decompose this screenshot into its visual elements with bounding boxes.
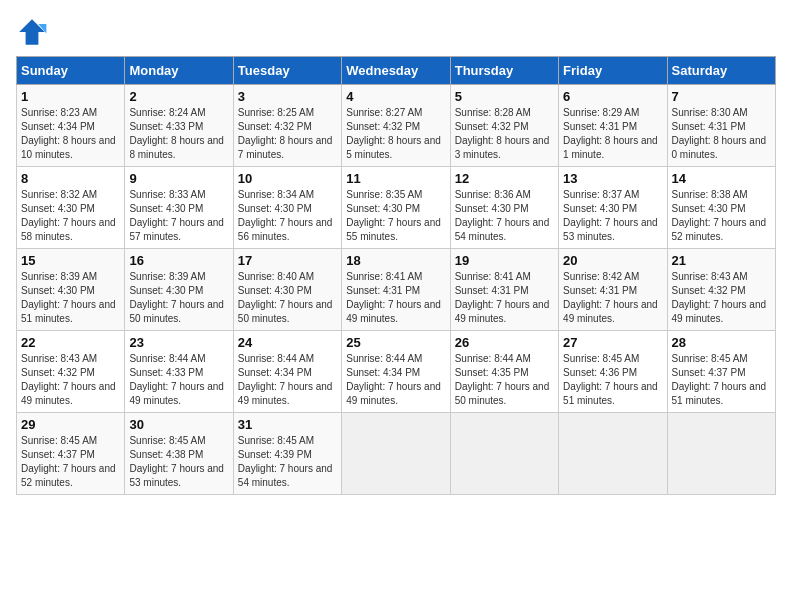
sunrise: Sunrise: 8:39 AM xyxy=(129,271,205,282)
day-number: 6 xyxy=(563,89,662,104)
calendar-cell: 5Sunrise: 8:28 AMSunset: 4:32 PMDaylight… xyxy=(450,85,558,167)
sunrise: Sunrise: 8:42 AM xyxy=(563,271,639,282)
calendar-row: 8Sunrise: 8:32 AMSunset: 4:30 PMDaylight… xyxy=(17,167,776,249)
daylight: Daylight: 8 hours and 0 minutes. xyxy=(672,135,767,160)
calendar-cell: 6Sunrise: 8:29 AMSunset: 4:31 PMDaylight… xyxy=(559,85,667,167)
sunset: Sunset: 4:31 PM xyxy=(563,285,637,296)
day-info: Sunrise: 8:34 AMSunset: 4:30 PMDaylight:… xyxy=(238,188,337,244)
daylight: Daylight: 7 hours and 49 minutes. xyxy=(672,299,767,324)
svg-marker-0 xyxy=(19,19,45,45)
calendar-cell: 29Sunrise: 8:45 AMSunset: 4:37 PMDayligh… xyxy=(17,413,125,495)
logo-icon xyxy=(16,16,48,48)
sunset: Sunset: 4:32 PM xyxy=(346,121,420,132)
sunrise: Sunrise: 8:25 AM xyxy=(238,107,314,118)
calendar-cell: 8Sunrise: 8:32 AMSunset: 4:30 PMDaylight… xyxy=(17,167,125,249)
daylight: Daylight: 7 hours and 54 minutes. xyxy=(455,217,550,242)
sunrise: Sunrise: 8:24 AM xyxy=(129,107,205,118)
daylight: Daylight: 8 hours and 1 minute. xyxy=(563,135,658,160)
day-info: Sunrise: 8:30 AMSunset: 4:31 PMDaylight:… xyxy=(672,106,771,162)
day-number: 24 xyxy=(238,335,337,350)
daylight: Daylight: 7 hours and 51 minutes. xyxy=(672,381,767,406)
calendar-cell xyxy=(450,413,558,495)
calendar-cell: 28Sunrise: 8:45 AMSunset: 4:37 PMDayligh… xyxy=(667,331,775,413)
daylight: Daylight: 8 hours and 7 minutes. xyxy=(238,135,333,160)
calendar-cell: 17Sunrise: 8:40 AMSunset: 4:30 PMDayligh… xyxy=(233,249,341,331)
calendar-cell: 19Sunrise: 8:41 AMSunset: 4:31 PMDayligh… xyxy=(450,249,558,331)
day-number: 18 xyxy=(346,253,445,268)
calendar-cell: 14Sunrise: 8:38 AMSunset: 4:30 PMDayligh… xyxy=(667,167,775,249)
sunset: Sunset: 4:30 PM xyxy=(563,203,637,214)
calendar-cell: 23Sunrise: 8:44 AMSunset: 4:33 PMDayligh… xyxy=(125,331,233,413)
sunrise: Sunrise: 8:34 AM xyxy=(238,189,314,200)
sunrise: Sunrise: 8:44 AM xyxy=(238,353,314,364)
day-info: Sunrise: 8:43 AMSunset: 4:32 PMDaylight:… xyxy=(21,352,120,408)
calendar-cell: 27Sunrise: 8:45 AMSunset: 4:36 PMDayligh… xyxy=(559,331,667,413)
calendar-cell: 22Sunrise: 8:43 AMSunset: 4:32 PMDayligh… xyxy=(17,331,125,413)
day-number: 25 xyxy=(346,335,445,350)
daylight: Daylight: 7 hours and 49 minutes. xyxy=(238,381,333,406)
calendar-cell: 26Sunrise: 8:44 AMSunset: 4:35 PMDayligh… xyxy=(450,331,558,413)
sunrise: Sunrise: 8:35 AM xyxy=(346,189,422,200)
day-number: 21 xyxy=(672,253,771,268)
day-info: Sunrise: 8:39 AMSunset: 4:30 PMDaylight:… xyxy=(21,270,120,326)
calendar-row: 1Sunrise: 8:23 AMSunset: 4:34 PMDaylight… xyxy=(17,85,776,167)
day-info: Sunrise: 8:32 AMSunset: 4:30 PMDaylight:… xyxy=(21,188,120,244)
sunrise: Sunrise: 8:45 AM xyxy=(672,353,748,364)
daylight: Daylight: 7 hours and 57 minutes. xyxy=(129,217,224,242)
daylight: Daylight: 7 hours and 56 minutes. xyxy=(238,217,333,242)
daylight: Daylight: 7 hours and 49 minutes. xyxy=(346,299,441,324)
sunset: Sunset: 4:32 PM xyxy=(238,121,312,132)
daylight: Daylight: 7 hours and 52 minutes. xyxy=(21,463,116,488)
day-number: 26 xyxy=(455,335,554,350)
daylight: Daylight: 7 hours and 50 minutes. xyxy=(238,299,333,324)
day-number: 19 xyxy=(455,253,554,268)
day-info: Sunrise: 8:42 AMSunset: 4:31 PMDaylight:… xyxy=(563,270,662,326)
daylight: Daylight: 7 hours and 51 minutes. xyxy=(21,299,116,324)
day-number: 20 xyxy=(563,253,662,268)
sunrise: Sunrise: 8:43 AM xyxy=(672,271,748,282)
calendar-cell: 31Sunrise: 8:45 AMSunset: 4:39 PMDayligh… xyxy=(233,413,341,495)
daylight: Daylight: 7 hours and 55 minutes. xyxy=(346,217,441,242)
sunset: Sunset: 4:31 PM xyxy=(672,121,746,132)
day-number: 28 xyxy=(672,335,771,350)
day-number: 22 xyxy=(21,335,120,350)
day-number: 2 xyxy=(129,89,228,104)
sunset: Sunset: 4:35 PM xyxy=(455,367,529,378)
day-info: Sunrise: 8:23 AMSunset: 4:34 PMDaylight:… xyxy=(21,106,120,162)
day-info: Sunrise: 8:38 AMSunset: 4:30 PMDaylight:… xyxy=(672,188,771,244)
daylight: Daylight: 7 hours and 53 minutes. xyxy=(563,217,658,242)
page-header xyxy=(16,16,776,48)
sunrise: Sunrise: 8:27 AM xyxy=(346,107,422,118)
day-number: 12 xyxy=(455,171,554,186)
calendar-cell: 9Sunrise: 8:33 AMSunset: 4:30 PMDaylight… xyxy=(125,167,233,249)
sunset: Sunset: 4:34 PM xyxy=(346,367,420,378)
daylight: Daylight: 7 hours and 53 minutes. xyxy=(129,463,224,488)
daylight: Daylight: 8 hours and 8 minutes. xyxy=(129,135,224,160)
calendar-cell xyxy=(559,413,667,495)
weekday-header-sunday: Sunday xyxy=(17,57,125,85)
logo xyxy=(16,16,52,48)
sunrise: Sunrise: 8:44 AM xyxy=(346,353,422,364)
calendar-row: 29Sunrise: 8:45 AMSunset: 4:37 PMDayligh… xyxy=(17,413,776,495)
sunrise: Sunrise: 8:37 AM xyxy=(563,189,639,200)
sunset: Sunset: 4:37 PM xyxy=(672,367,746,378)
day-info: Sunrise: 8:45 AMSunset: 4:38 PMDaylight:… xyxy=(129,434,228,490)
daylight: Daylight: 7 hours and 50 minutes. xyxy=(455,381,550,406)
calendar-cell: 1Sunrise: 8:23 AMSunset: 4:34 PMDaylight… xyxy=(17,85,125,167)
day-number: 1 xyxy=(21,89,120,104)
weekday-header-wednesday: Wednesday xyxy=(342,57,450,85)
sunset: Sunset: 4:30 PM xyxy=(129,285,203,296)
weekday-header-friday: Friday xyxy=(559,57,667,85)
day-info: Sunrise: 8:41 AMSunset: 4:31 PMDaylight:… xyxy=(346,270,445,326)
sunset: Sunset: 4:30 PM xyxy=(21,203,95,214)
daylight: Daylight: 7 hours and 49 minutes. xyxy=(563,299,658,324)
day-info: Sunrise: 8:41 AMSunset: 4:31 PMDaylight:… xyxy=(455,270,554,326)
day-info: Sunrise: 8:44 AMSunset: 4:34 PMDaylight:… xyxy=(238,352,337,408)
daylight: Daylight: 7 hours and 49 minutes. xyxy=(129,381,224,406)
day-number: 14 xyxy=(672,171,771,186)
calendar-cell: 15Sunrise: 8:39 AMSunset: 4:30 PMDayligh… xyxy=(17,249,125,331)
sunset: Sunset: 4:30 PM xyxy=(455,203,529,214)
calendar-row: 15Sunrise: 8:39 AMSunset: 4:30 PMDayligh… xyxy=(17,249,776,331)
daylight: Daylight: 7 hours and 51 minutes. xyxy=(563,381,658,406)
day-number: 9 xyxy=(129,171,228,186)
